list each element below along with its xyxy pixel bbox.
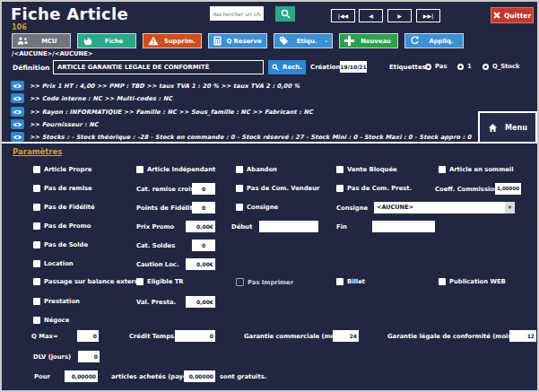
definition-label: Définition — [13, 64, 49, 72]
eye-icon[interactable] — [11, 81, 24, 91]
nav-prev-button[interactable]: ◀ — [359, 9, 383, 22]
checkbox-pas-de-promo[interactable]: Pas de Promo — [33, 222, 91, 230]
definition-input[interactable]: ARTICLE GARANTIE LEGALE DE CONFORMITÉ — [53, 60, 264, 74]
refresh-icon — [410, 36, 420, 46]
info-row-fournisseur: >> Fournisseur : NC — [11, 119, 99, 129]
pour-label: Pour — [34, 373, 50, 380]
caution-loc-field[interactable]: 0,00€ — [186, 258, 215, 270]
hand-icon — [83, 36, 92, 46]
checkbox-article-en-sommeil[interactable]: Article en sommeil — [439, 166, 514, 173]
checkbox-icon — [439, 278, 446, 285]
etiquette-option-1[interactable]: 1 — [457, 63, 472, 70]
rech-button[interactable]: Rech. — [268, 60, 306, 74]
checkbox-pas-com-vendeur[interactable]: Pas de Com. Vendeur — [236, 185, 319, 192]
articles-achetes-field[interactable]: 0,00000 — [65, 370, 98, 382]
fin-label: Fin — [336, 223, 347, 231]
nav-last-button[interactable]: ▶▶| — [416, 9, 440, 22]
checkbox-location[interactable]: Location — [33, 260, 74, 267]
etiquette-button[interactable]: Etiqu. - — [274, 33, 333, 48]
appliquer-button[interactable]: Appliq. — [404, 33, 464, 48]
consigne-label: Consigne — [336, 205, 368, 212]
coeff-commission-label: Coeff. Commission — [435, 186, 499, 193]
fiche-article-window: Fiche Article 106 |◀◀ ◀ ▶ ▶▶| Quitter MC… — [0, 0, 539, 392]
checkbox-icon — [236, 185, 243, 192]
checkbox-icon — [33, 241, 40, 248]
checkbox-icon — [33, 166, 40, 173]
section-divider — [2, 142, 539, 144]
points-fidelite-field[interactable]: 0 — [192, 202, 215, 213]
nav-first-button[interactable]: |◀◀ — [331, 9, 355, 22]
articles-gratuits-field[interactable]: 0,00000 — [184, 370, 215, 382]
mcu-button[interactable]: MCU — [12, 33, 71, 48]
checkbox-negoce[interactable]: Négoce — [33, 317, 69, 324]
checkbox-pas-de-remise[interactable]: Pas de remise — [33, 185, 92, 192]
radio-icon — [425, 64, 431, 70]
debut-field[interactable] — [259, 221, 318, 232]
checkbox-article-propre[interactable]: Article Propre — [33, 166, 91, 173]
val-presta-field[interactable]: 0,00€ — [186, 296, 215, 308]
checkbox-billet[interactable]: Billet — [336, 278, 365, 285]
checkbox-icon — [136, 166, 143, 173]
cat-remise-croisee-field[interactable]: 0 — [192, 183, 215, 195]
creation-label: Création — [310, 64, 341, 71]
checkbox-icon — [336, 185, 343, 192]
quitter-button[interactable]: Quitter — [491, 7, 534, 23]
checkbox-article-independant[interactable]: Article Indépendant — [136, 166, 215, 173]
cat-soldes-label: Cat. Soldes — [136, 242, 175, 249]
parametres-heading: Paramètres — [13, 147, 62, 156]
dlv-label: DLV (jours) — [33, 353, 71, 361]
q-reserve-button[interactable]: Q Reserve — [208, 33, 267, 48]
eye-icon[interactable] — [11, 132, 24, 142]
info-row-codes: >> Code interne : NC >> Multi-codes : NC — [11, 93, 172, 103]
checkbox-icon — [236, 166, 243, 173]
checkbox-pas-de-fidelite[interactable]: Pas de Fidélité — [33, 204, 95, 211]
checkbox-publication-web[interactable]: Publication WEB — [439, 278, 506, 285]
checkbox-icon — [136, 278, 143, 285]
users-icon — [17, 36, 29, 46]
checkbox-vente-bloquee[interactable]: Vente Bloquée — [336, 166, 397, 173]
dlv-field[interactable]: 0 — [78, 351, 100, 362]
cat-soldes-field[interactable]: 0 — [192, 240, 215, 251]
etiquette-option-qstock[interactable]: Q_Stock — [482, 63, 520, 70]
etiquettes-label: Etiquettes: — [389, 64, 429, 71]
checkbox-icon — [336, 166, 343, 173]
q-max-field[interactable]: 0 — [77, 330, 99, 342]
creation-date-field[interactable]: 19/10/21 — [340, 61, 367, 73]
supprimer-button[interactable]: Supprim. — [143, 33, 202, 48]
checkbox-consigne[interactable]: Consigne — [236, 204, 278, 211]
checkbox-pas-imprimer[interactable]: Pas Imprimer — [236, 278, 293, 286]
consigne-dropdown[interactable]: <AUCUNE> ▼ — [374, 202, 515, 213]
checkbox-icon — [33, 222, 40, 230]
fin-field[interactable] — [372, 221, 435, 232]
eye-icon[interactable] — [11, 107, 24, 117]
search-icon — [272, 64, 279, 71]
nav-next-button[interactable]: ▶ — [387, 9, 412, 22]
checkbox-abandon[interactable]: Abandon — [236, 166, 277, 173]
checkbox-icon — [439, 166, 446, 173]
coeff-commission-field[interactable]: 1,00000 — [495, 183, 521, 195]
dropdown-dash: - — [325, 38, 327, 45]
checkbox-pas-com-prest[interactable]: Pas de Com. Prest. — [336, 185, 412, 192]
eye-icon[interactable] — [11, 119, 24, 129]
fiche-button[interactable]: Fiche — [77, 33, 136, 48]
credit-temps-field[interactable]: 0 — [175, 330, 215, 342]
record-id: 106 — [12, 23, 27, 31]
prix-promo-field[interactable]: 0,00€ — [186, 221, 215, 232]
info-row-prix: >> Prix 1 HT : 4,00 >> PMP : TBD >> taux… — [11, 81, 300, 91]
checkbox-eligible-tr[interactable]: Eligible TR — [136, 278, 184, 285]
checkbox-icon — [236, 278, 244, 286]
nouveau-button[interactable]: Nouveau — [339, 33, 398, 48]
eye-icon[interactable] — [11, 93, 24, 103]
search-input[interactable] — [210, 6, 264, 21]
checkbox-balance-externe[interactable]: Passage sur balance externe — [33, 278, 143, 285]
menu-button[interactable]: Menu — [478, 111, 537, 142]
checkbox-icon — [33, 278, 40, 285]
search-button[interactable] — [275, 6, 295, 22]
checkbox-pas-de-solde[interactable]: Pas de Solde — [33, 241, 88, 248]
val-presta-label: Val. Presta. — [136, 299, 176, 306]
etiquette-option-pas[interactable]: Pas — [425, 63, 447, 70]
points-fidelite-label: Points de Fidélité — [136, 205, 196, 212]
checkbox-prestation[interactable]: Prestation — [33, 298, 80, 305]
garantie-commerciale-field[interactable]: 24 — [333, 330, 359, 342]
garantie-legale-field[interactable]: 12 — [509, 330, 536, 342]
